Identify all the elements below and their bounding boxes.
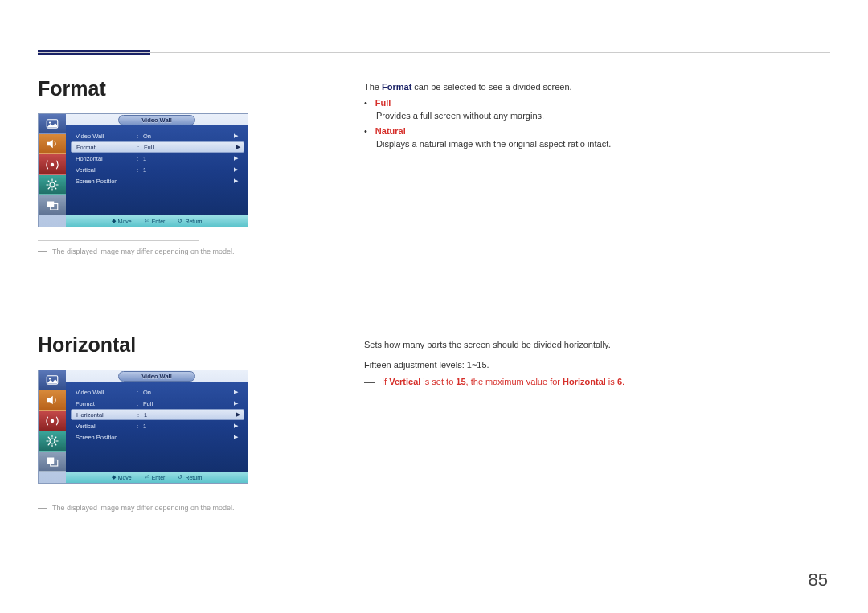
- osd-row-video-wall: Video Wall:On▶: [76, 386, 241, 398]
- dash-icon: ―: [38, 502, 47, 513]
- chevron-right-icon: ▶: [234, 389, 238, 395]
- osd-icon-broadcast: [39, 154, 66, 174]
- bullet-full-desc: Provides a full screen without any margi…: [376, 109, 814, 124]
- svg-point-3: [50, 182, 55, 187]
- chevron-right-icon: ▶: [236, 411, 240, 418]
- footnote-text: The displayed image may differ depending…: [52, 247, 234, 255]
- svg-point-1: [49, 121, 51, 123]
- footnote-text: The displayed image may differ depending…: [52, 504, 234, 512]
- osd-row-format-selected: Format:Full▶: [71, 141, 244, 153]
- osd-row-format: Format:Full▶: [76, 398, 241, 409]
- svg-point-9: [50, 439, 55, 443]
- bullet-natural-label: Natural: [375, 126, 406, 136]
- footnote-format: ― The displayed image may differ dependi…: [38, 247, 327, 259]
- osd-title: Video Wall: [118, 371, 195, 382]
- osd-icon-multi: [39, 452, 66, 472]
- osd-sidebar: [39, 114, 66, 215]
- osd-row-horizontal-selected: Horizontal:1▶: [71, 409, 244, 420]
- bullet-full: • Full: [364, 98, 814, 108]
- bullet-natural: • Natural: [364, 126, 814, 136]
- osd-row-vertical: Vertical:1▶: [76, 420, 241, 431]
- osd-sidebar: [39, 370, 66, 472]
- chevron-right-icon: ▶: [234, 166, 238, 173]
- chevron-right-icon: ▶: [234, 423, 238, 429]
- horizontal-note: ― If Vertical is set to 15, the maximum …: [364, 377, 814, 390]
- section-title-format: Format: [38, 77, 327, 100]
- osd-icon-multi: [39, 195, 66, 215]
- osd-icon-sound: [39, 134, 66, 154]
- format-intro: The Format can be selected to see a divi…: [364, 80, 814, 95]
- chevron-right-icon: ▶: [234, 434, 238, 440]
- enter-icon: ⏎: [145, 474, 149, 480]
- dash-icon: ―: [38, 246, 47, 257]
- osd-row-screen-position: Screen Position▶: [76, 175, 241, 186]
- osd-icon-broadcast: [39, 411, 66, 431]
- svg-point-2: [51, 162, 55, 166]
- osd-screenshot-horizontal: Video Wall Video Wall:On▶ Format:Full▶ H…: [38, 370, 248, 484]
- horizontal-description: Sets how many parts the screen should be…: [364, 337, 814, 390]
- svg-point-8: [51, 419, 55, 423]
- return-icon: ↺: [178, 474, 182, 480]
- diamond-icon: ◆: [112, 474, 116, 480]
- diamond-icon: ◆: [112, 218, 116, 224]
- osd-row-screen-position: Screen Position▶: [76, 431, 241, 443]
- footnote-divider: [38, 497, 199, 497]
- svg-point-7: [49, 378, 51, 379]
- horizontal-line2: Fifteen adjustment levels: 1~15.: [364, 358, 814, 373]
- horizontal-line1: Sets how many parts the screen should be…: [364, 337, 814, 353]
- format-description: The Format can be selected to see a divi…: [364, 80, 814, 152]
- footnote-divider: [38, 240, 199, 241]
- chevron-right-icon: ▶: [234, 133, 238, 139]
- bullet-natural-desc: Displays a natural image with the origin…: [376, 137, 814, 152]
- footnote-horizontal: ― The displayed image may differ dependi…: [38, 504, 327, 515]
- dash-icon: ―: [364, 375, 375, 388]
- osd-footer: ◆Move ⏎Enter ↺Return: [66, 215, 248, 227]
- bullet-dot-icon: •: [364, 98, 367, 108]
- bullet-full-label: Full: [375, 98, 391, 108]
- osd-title-bar: Video Wall: [66, 114, 248, 125]
- section-format: Format Video Wall Video Wall:On▶ Format:…: [38, 77, 327, 259]
- osd-screenshot-format: Video Wall Video Wall:On▶ Format:Full▶ H…: [38, 113, 248, 227]
- osd-icon-picture: [39, 370, 66, 390]
- osd-icon-picture: [39, 114, 66, 134]
- page-number: 85: [809, 570, 828, 591]
- bullet-dot-icon: •: [364, 126, 367, 136]
- enter-icon: ⏎: [145, 218, 149, 224]
- section-title-horizontal: Horizontal: [38, 333, 327, 357]
- chevron-right-icon: ▶: [234, 155, 238, 161]
- osd-icon-sound: [39, 390, 66, 411]
- osd-body: Video Wall:On▶ Format:Full▶ Horizontal:1…: [66, 382, 248, 472]
- osd-title-bar: Video Wall: [66, 370, 248, 382]
- chevron-right-icon: ▶: [236, 144, 240, 150]
- osd-footer: ◆Move ⏎Enter ↺Return: [66, 472, 248, 483]
- section-horizontal: Horizontal Video Wall Video Wall:On▶ For…: [38, 333, 327, 515]
- chevron-right-icon: ▶: [234, 178, 238, 184]
- osd-icon-setup: [39, 431, 66, 452]
- osd-title: Video Wall: [118, 115, 195, 125]
- osd-body: Video Wall:On▶ Format:Full▶ Horizontal:1…: [66, 125, 248, 215]
- osd-row-vertical: Vertical:1▶: [76, 164, 241, 175]
- osd-row-video-wall: Video Wall:On▶: [76, 130, 241, 141]
- chevron-right-icon: ▶: [234, 400, 238, 407]
- osd-row-horizontal: Horizontal:1▶: [76, 153, 241, 164]
- return-icon: ↺: [178, 218, 182, 224]
- header-divider: [38, 52, 830, 53]
- osd-icon-setup: [39, 175, 66, 195]
